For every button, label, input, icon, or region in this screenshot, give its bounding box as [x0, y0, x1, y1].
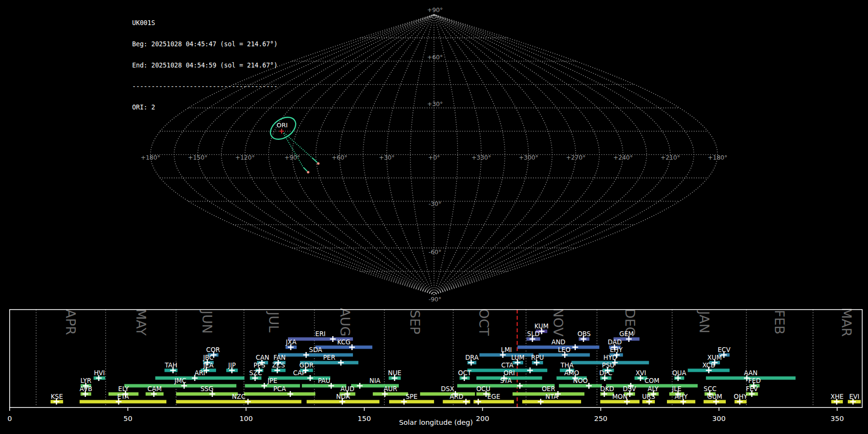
- shower-code-label: GDR: [299, 362, 314, 369]
- month-label: MAY: [134, 309, 149, 336]
- latitude-label: +30°: [427, 100, 443, 108]
- shower-code-label: ARD: [449, 393, 463, 400]
- shower-bar: [176, 393, 238, 396]
- shower-code-label: JPE: [267, 377, 277, 384]
- shower-code-label: FAN: [273, 354, 285, 361]
- axis-tick-label: 200: [476, 415, 489, 422]
- month-label: JUN: [200, 310, 215, 334]
- longitude-label: +150°: [188, 154, 208, 161]
- shower-bar: [244, 393, 315, 396]
- shower-bar: [389, 400, 434, 404]
- longitude-label: +330°: [472, 154, 491, 161]
- longitude-label: +60°: [332, 154, 348, 161]
- longitude-label: +180°: [708, 154, 728, 161]
- meteor-segment: [312, 158, 317, 163]
- shower-bar: [315, 346, 372, 349]
- shower-code-label: NTA: [545, 393, 558, 400]
- month-label: JAN: [697, 310, 712, 333]
- shower-code-label: GUM: [707, 393, 722, 400]
- shower-code-label: RPU: [531, 354, 544, 361]
- longitude-label: +240°: [613, 154, 633, 161]
- begin-time: Beg: 20251028 04:45:47 (sol = 214.67°): [132, 41, 278, 48]
- shower-code-label: ORI: [503, 369, 515, 377]
- shower-code-label: JBC: [203, 354, 214, 361]
- shower-bar: [479, 353, 533, 357]
- shower-code-label: MON: [612, 393, 628, 400]
- shower-code-label: OER: [542, 385, 555, 393]
- shower-bar: [80, 400, 166, 404]
- station-id: UK001S: [132, 20, 278, 27]
- latitude-label: -30°: [429, 200, 442, 207]
- shower-code-label: THA: [560, 362, 573, 369]
- shower-code-label: AMO: [564, 369, 579, 377]
- axis-tick-label: 250: [594, 415, 608, 422]
- month-label: OCT: [476, 309, 491, 336]
- axis-tick-label: 0: [7, 415, 12, 422]
- shower-code-label: DKD: [600, 385, 614, 393]
- shower-code-label: JLE: [672, 385, 682, 393]
- shower-code-label: NIA: [369, 377, 380, 384]
- shower-bar: [373, 393, 408, 396]
- meteor-segment: [303, 167, 307, 171]
- shower-code-label: SDA: [309, 346, 322, 353]
- shower-code-label: STA: [500, 377, 512, 384]
- axis-tick-label: 100: [239, 415, 253, 422]
- month-label: MAR: [839, 308, 854, 337]
- month-label: SEP: [407, 310, 422, 334]
- longitude-label: +180°: [141, 154, 161, 161]
- shower-code-label: PAU: [318, 377, 330, 384]
- longitude-label: +120°: [235, 154, 255, 161]
- shower-code-label: ARI: [194, 369, 205, 377]
- shower-code-label: ERI: [315, 330, 326, 338]
- longitude-label: +0°: [428, 154, 440, 161]
- shower-code-label: PCA: [273, 385, 286, 393]
- shower-code-label: DSX: [441, 385, 454, 393]
- shower-code-label: ELY: [118, 385, 129, 393]
- latitude-label: +60°: [427, 54, 443, 61]
- shower-bar: [522, 400, 581, 404]
- shower-code-label: JEA: [203, 362, 213, 369]
- shower-code-label: COM: [644, 377, 659, 384]
- shower-bar: [278, 353, 353, 357]
- longitude-label: +30°: [379, 154, 395, 161]
- shower-code-label: TAH: [164, 362, 177, 369]
- shower-code-label: AHY: [675, 393, 688, 400]
- latitude-label: -60°: [429, 248, 442, 256]
- shower-code-label: AUR: [384, 385, 397, 393]
- radiant-label: ORI: [276, 122, 287, 129]
- shower-code-label: CAP: [293, 369, 306, 377]
- shower-code-label: AND: [551, 339, 565, 346]
- longitude-label: +300°: [519, 154, 539, 161]
- shower-bar: [302, 384, 346, 388]
- shower-code-label: SPE: [406, 393, 418, 400]
- shower-code-label: GEM: [619, 330, 634, 338]
- month-label: AUG: [338, 308, 353, 336]
- shower-code-label: KCG: [337, 339, 350, 346]
- shower-code-label: CTA: [501, 362, 513, 369]
- axis-tick-label: 300: [712, 415, 726, 422]
- longitude-label: +210°: [661, 154, 680, 161]
- latitude-label: -90°: [429, 296, 442, 303]
- shower-code-label: SLD: [527, 330, 540, 338]
- x-axis-title: Solar longitude (deg): [399, 419, 473, 426]
- meteor-endpoint-dot: [307, 171, 309, 173]
- shower-bar: [600, 400, 639, 404]
- month-label: APR: [63, 309, 78, 335]
- plot-canvas: +180°+150°+120°+90°+60°+30°+0°+330°+300°…: [0, 0, 868, 434]
- axis-tick-label: 150: [358, 415, 371, 422]
- shower-code-label: AAN: [744, 369, 758, 377]
- shower-bar: [155, 377, 244, 380]
- latitude-label: +90°: [427, 6, 443, 14]
- shower-bar: [457, 384, 555, 388]
- shower-bar: [124, 384, 236, 388]
- longitude-label: +270°: [566, 154, 586, 161]
- shower-code-label: NOO: [573, 377, 588, 384]
- shower-code-label: PER: [323, 354, 335, 361]
- longitude-label: +90°: [285, 154, 300, 161]
- shower-code-label: OHY: [734, 393, 748, 400]
- shower-code-label: QUA: [672, 369, 686, 377]
- shower-bar: [559, 384, 602, 388]
- shower-code-label: EVI: [849, 393, 859, 400]
- shower-code-label: SSG: [201, 385, 214, 393]
- shower-bar: [420, 393, 475, 396]
